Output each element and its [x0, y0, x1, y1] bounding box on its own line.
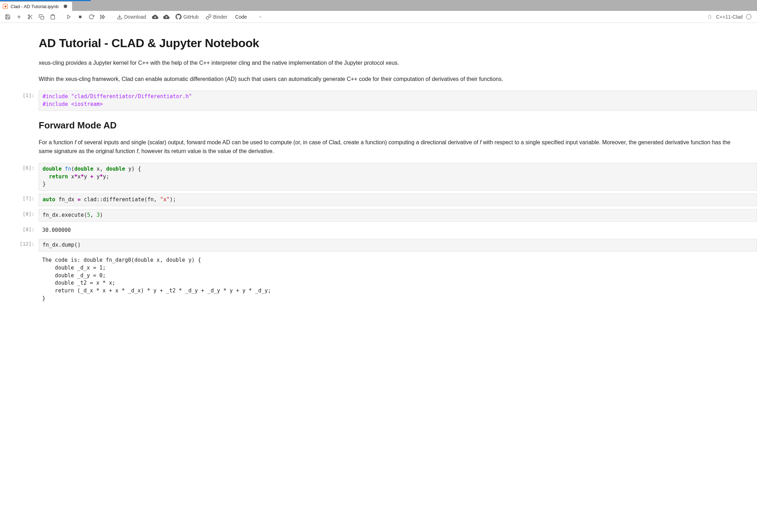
output-prompt	[0, 254, 39, 305]
svg-marker-9	[68, 15, 70, 19]
cell-prompt: [1]:	[0, 90, 39, 111]
intro-p1: xeus-cling provides a Jupyter kernel for…	[39, 58, 743, 68]
download-label: Download	[124, 14, 146, 20]
kernel-status-icon[interactable]	[746, 14, 751, 19]
cloud-upload-button[interactable]	[161, 12, 171, 22]
unsaved-dot-icon	[64, 5, 67, 8]
tab-title: Clad - AD Tutorial.ipynb	[11, 4, 59, 9]
notebook-tab[interactable]: Clad - AD Tutorial.ipynb	[0, 2, 72, 11]
svg-rect-10	[79, 15, 82, 18]
svg-marker-11	[101, 15, 102, 19]
stop-button[interactable]	[75, 12, 85, 22]
celltype-value: Code	[235, 14, 247, 20]
add-cell-button[interactable]	[14, 12, 24, 22]
celltype-select[interactable]: Code	[231, 12, 266, 22]
svg-point-3	[28, 18, 30, 19]
download-button[interactable]: Download	[114, 12, 149, 22]
svg-line-5	[31, 17, 32, 19]
tab-bar: Clad - AD Tutorial.ipynb	[0, 1, 757, 11]
cloud-download-button[interactable]	[150, 12, 160, 22]
code-cell[interactable]: #include "clad/Differentiator/Differenti…	[39, 90, 757, 111]
notebook-area[interactable]: AD Tutorial - CLAD & Jupyter Notebook xe…	[0, 23, 757, 318]
copy-button[interactable]	[37, 12, 46, 22]
cell-output: The code is: double fn_darg0(double x, d…	[39, 254, 757, 305]
cell-prompt: [7]:	[0, 194, 39, 206]
run-all-button[interactable]	[98, 12, 108, 22]
svg-line-6	[29, 16, 30, 17]
svg-point-2	[28, 15, 30, 16]
cell-output: 30.000000	[39, 224, 757, 236]
paste-button[interactable]	[48, 12, 58, 22]
page-title: AD Tutorial - CLAD & Jupyter Notebook	[39, 36, 743, 50]
svg-rect-8	[52, 14, 53, 15]
chevron-down-icon	[258, 15, 262, 19]
code-cell[interactable]: auto fn_dx = clad::differentiate(fn, "x"…	[39, 194, 757, 206]
intro-p2: Within the xeus-cling framework, Clad ca…	[39, 75, 743, 84]
activity-indicator	[0, 0, 757, 1]
section-heading: Forward Mode AD	[39, 120, 743, 131]
binder-button[interactable]: Binder	[203, 12, 230, 22]
cell-prompt: [12]:	[0, 239, 39, 252]
svg-marker-12	[103, 15, 105, 19]
github-label: GitHub	[183, 14, 199, 20]
bug-icon[interactable]	[707, 14, 713, 20]
section-p: For a function f of several inputs and s…	[39, 138, 743, 156]
binder-label: Binder	[213, 14, 227, 20]
code-cell[interactable]: double fn(double x, double y) { return x…	[39, 163, 757, 191]
cell-prompt: [6]:	[0, 163, 39, 191]
notebook-icon	[3, 4, 8, 9]
run-button[interactable]	[64, 12, 74, 22]
code-cell[interactable]: fn_dx.execute(5, 3)	[39, 209, 757, 222]
restart-button[interactable]	[87, 12, 96, 22]
svg-rect-14	[708, 15, 711, 19]
github-button[interactable]: GitHub	[173, 12, 202, 22]
svg-rect-7	[41, 16, 44, 19]
cell-prompt: [8]:	[0, 209, 39, 222]
cut-button[interactable]	[25, 12, 35, 22]
output-prompt: [8]:	[0, 224, 39, 236]
code-cell[interactable]: fn_dx.dump()	[39, 239, 757, 252]
toolbar: Download GitHub Binder Code C++11-Clad	[0, 11, 757, 23]
kernel-name[interactable]: C++11-Clad	[716, 14, 743, 20]
save-button[interactable]	[3, 12, 13, 22]
